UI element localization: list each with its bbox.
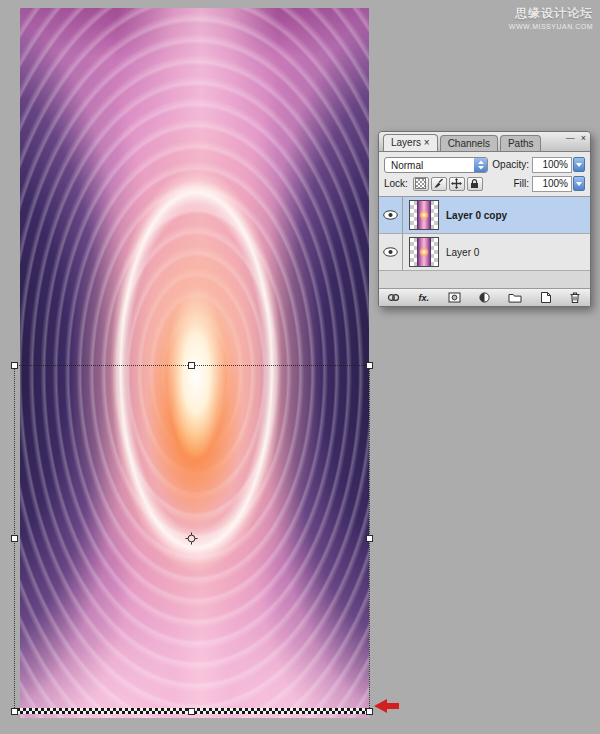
transform-handle-bottom-center[interactable] <box>188 708 195 715</box>
panel-close-button[interactable]: × <box>581 133 586 143</box>
lock-pixels-button[interactable] <box>431 177 447 191</box>
watermark: 思缘设计论坛 WWW.MISSYUAN.COM <box>509 5 593 30</box>
add-layer-mask-button[interactable] <box>447 291 462 305</box>
transform-handle-top-center[interactable] <box>188 362 195 369</box>
eye-icon <box>383 247 398 257</box>
folder-icon <box>508 291 522 304</box>
layer-thumbnail[interactable] <box>409 200 439 230</box>
blend-mode-value: Normal <box>391 160 423 171</box>
brush-icon <box>433 178 444 189</box>
panel-tabs: Layers × Channels Paths <box>383 134 543 151</box>
link-layers-button[interactable] <box>386 291 401 305</box>
new-group-button[interactable] <box>507 291 522 305</box>
layer-list: Layer 0 copy Layer 0 <box>379 197 590 289</box>
opacity-field[interactable]: 100% <box>532 157 572 173</box>
lock-buttons <box>413 177 485 191</box>
blend-mode-select[interactable]: Normal <box>384 157 488 173</box>
thumbnail-artwork <box>417 201 431 229</box>
layers-panel-header: Layers × Channels Paths — × <box>379 132 590 152</box>
arrow-head <box>374 699 387 713</box>
watermark-url: WWW.MISSYUAN.COM <box>509 23 593 30</box>
lock-position-button[interactable] <box>449 177 465 191</box>
thumbnail-artwork <box>417 238 431 266</box>
adjustment-layer-icon <box>478 291 491 304</box>
transform-handle-top-right[interactable] <box>366 362 373 369</box>
layers-panel-bottom-bar: fx. <box>379 289 590 306</box>
layer-row-layer-0[interactable]: Layer 0 <box>379 234 590 271</box>
drag-direction-arrow <box>374 699 400 713</box>
tab-channels[interactable]: Channels <box>440 135 498 151</box>
new-layer-icon <box>539 291 552 304</box>
fill-dropdown-icon[interactable] <box>573 176 585 191</box>
layers-panel-controls: Normal Opacity: 100% Lock: <box>379 152 590 197</box>
transform-handle-bottom-left[interactable] <box>11 708 18 715</box>
layer-mask-icon <box>448 291 461 304</box>
transform-handle-bottom-right[interactable] <box>366 708 373 715</box>
trash-icon <box>569 291 581 304</box>
opacity-label: Opacity: <box>492 159 529 170</box>
layer-row-layer-0-copy[interactable]: Layer 0 copy <box>379 197 590 234</box>
transform-handle-top-left[interactable] <box>11 362 18 369</box>
blend-mode-stepper-icon[interactable] <box>474 158 487 172</box>
lock-label: Lock: <box>384 178 408 189</box>
transform-handle-middle-left[interactable] <box>11 535 18 542</box>
lock-all-button[interactable] <box>467 177 483 191</box>
delete-layer-button[interactable] <box>568 291 583 305</box>
fill-field[interactable]: 100% <box>532 176 572 192</box>
link-icon <box>387 291 400 304</box>
panel-window-controls: — × <box>566 133 586 143</box>
opacity-dropdown-icon[interactable] <box>573 157 585 172</box>
layer-style-button[interactable]: fx. <box>416 291 431 305</box>
tab-paths[interactable]: Paths <box>500 135 542 151</box>
lock-transparency-button[interactable] <box>413 177 429 191</box>
layer-name[interactable]: Layer 0 <box>446 247 479 258</box>
transform-handle-middle-right[interactable] <box>366 535 373 542</box>
arrow-tail <box>387 703 399 709</box>
new-layer-button[interactable] <box>538 291 553 305</box>
adjustment-layer-button[interactable] <box>477 291 492 305</box>
move-icon <box>451 178 462 189</box>
eye-icon <box>383 210 398 220</box>
transform-reference-point[interactable] <box>185 532 198 545</box>
visibility-toggle[interactable] <box>379 197 403 233</box>
layers-panel: Layers × Channels Paths — × Normal Opaci… <box>378 131 591 307</box>
panel-minimize-button[interactable]: — <box>566 133 575 143</box>
transparency-checker-icon <box>415 178 426 189</box>
fill-label: Fill: <box>513 178 529 189</box>
layer-name[interactable]: Layer 0 copy <box>446 210 507 221</box>
layer-thumbnail[interactable] <box>409 237 439 267</box>
watermark-title: 思缘设计论坛 <box>509 5 593 22</box>
visibility-toggle[interactable] <box>379 234 403 270</box>
tab-layers[interactable]: Layers × <box>383 134 438 151</box>
padlock-icon <box>469 178 480 189</box>
